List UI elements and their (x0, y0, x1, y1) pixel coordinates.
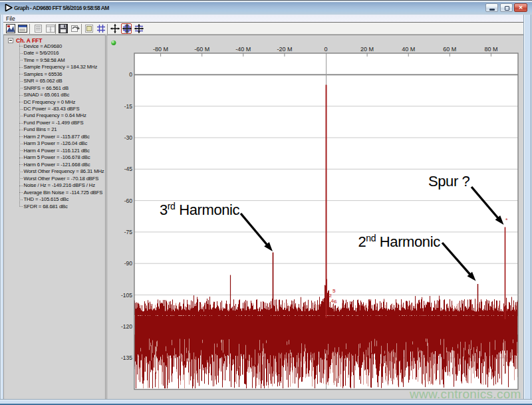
svg-text:-120: -120 (121, 323, 132, 330)
svg-text:5: 5 (332, 288, 336, 294)
svg-text:-45: -45 (124, 166, 133, 172)
svg-text:-90: -90 (124, 260, 133, 267)
svg-text:-75: -75 (124, 229, 133, 235)
svg-text:-80 M: -80 M (153, 46, 168, 53)
svg-text:-30: -30 (124, 134, 133, 141)
svg-text:20 M: 20 M (360, 46, 374, 53)
svg-text:-15: -15 (124, 103, 133, 110)
svg-text:60 M: 60 M (443, 46, 456, 53)
svg-text:Spur ?: Spur ? (428, 173, 470, 190)
svg-text:-60: -60 (124, 198, 133, 204)
svg-text:6: 6 (334, 299, 337, 305)
svg-text:-105: -105 (121, 292, 132, 299)
svg-text:0: 0 (129, 71, 132, 78)
svg-text:-20 M: -20 M (277, 46, 292, 53)
svg-text:-135: -135 (121, 354, 132, 361)
svg-text:*: * (505, 217, 508, 223)
svg-text:40 M: 40 M (402, 46, 415, 53)
svg-text:-40 M: -40 M (235, 46, 251, 53)
svg-text:-60 M: -60 M (194, 46, 209, 53)
svg-text:0: 0 (324, 46, 327, 53)
svg-text:80 M: 80 M (484, 46, 497, 53)
